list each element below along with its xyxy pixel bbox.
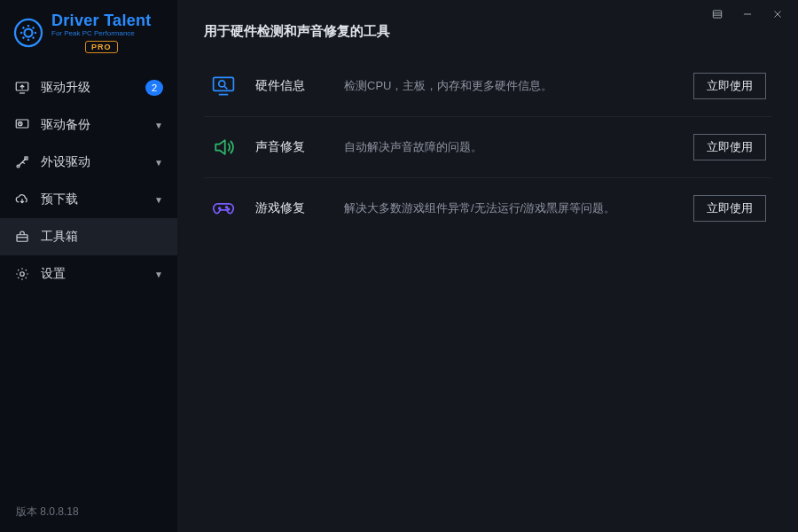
svg-point-32	[228, 208, 230, 210]
sidebar-nav: 驱动升级 2 驱动备份 ▼ 外设驱动 ▼	[0, 69, 177, 293]
tool-desc: 自动解决声音故障的问题。	[344, 139, 693, 155]
sidebar-item-label: 工具箱	[41, 229, 78, 245]
chevron-down-icon: ▼	[154, 158, 163, 168]
sidebar-item-predownload[interactable]: 预下载 ▼	[0, 181, 177, 218]
monitor-search-icon	[209, 72, 238, 100]
tool-desc: 检测CPU，主板，内存和更多硬件信息。	[344, 78, 693, 94]
main-panel: 用于硬件检测和声音修复的工具 硬件信息 检测CPU，主板，内存和更多硬件信息。 …	[177, 0, 798, 532]
svg-line-13	[23, 37, 25, 39]
pro-badge: PRO	[85, 41, 118, 53]
app-logo: Driver Talent For Peak PC Performance PR…	[0, 0, 177, 62]
chevron-down-icon: ▼	[154, 270, 163, 279]
svg-point-24	[20, 272, 25, 277]
page-title: 用于硬件检测和声音修复的工具	[204, 23, 771, 40]
chevron-down-icon: ▼	[154, 121, 163, 130]
sidebar-item-peripheral-drivers[interactable]: 外设驱动 ▼	[0, 144, 177, 181]
menu-icon[interactable]	[709, 6, 725, 22]
tool-list: 硬件信息 检测CPU，主板，内存和更多硬件信息。 立即使用 声音修复 自动解决声…	[204, 56, 771, 239]
svg-point-31	[226, 207, 228, 208]
svg-point-7	[25, 29, 33, 37]
monitor-up-icon	[14, 80, 30, 96]
tool-name: 游戏修复	[255, 200, 344, 216]
sidebar-item-toolbox[interactable]: 工具箱	[0, 218, 177, 255]
logo-title: Driver Talent	[51, 12, 152, 28]
svg-line-12	[33, 27, 35, 29]
use-now-button[interactable]: 立即使用	[693, 73, 766, 99]
sidebar-item-settings[interactable]: 设置 ▼	[0, 255, 177, 293]
svg-line-28	[224, 86, 228, 90]
cloud-download-icon	[14, 192, 30, 207]
minimize-button[interactable]	[739, 6, 755, 22]
tool-row-game-fix: 游戏修复 解决大多数游戏组件异常/无法运行/游戏黑屏等问题。 立即使用	[204, 178, 771, 239]
logo-gear-icon	[12, 17, 44, 49]
update-count-badge: 2	[145, 80, 163, 96]
toolbox-icon	[14, 229, 30, 245]
svg-line-15	[33, 37, 35, 39]
sidebar-item-driver-update[interactable]: 驱动升级 2	[0, 69, 177, 106]
tool-row-hardware-info: 硬件信息 检测CPU，主板，内存和更多硬件信息。 立即使用	[204, 56, 771, 117]
svg-point-27	[219, 81, 225, 87]
sidebar-item-label: 设置	[41, 266, 66, 282]
svg-line-14	[23, 27, 25, 29]
sidebar: Driver Talent For Peak PC Performance PR…	[0, 0, 177, 532]
usb-icon	[14, 154, 30, 170]
svg-point-6	[15, 20, 42, 46]
sidebar-item-driver-backup[interactable]: 驱动备份 ▼	[0, 106, 177, 144]
svg-rect-0	[713, 11, 721, 18]
tool-desc: 解决大多数游戏组件异常/无法运行/游戏黑屏等问题。	[344, 200, 693, 216]
clock-history-icon	[14, 117, 30, 133]
sidebar-item-label: 驱动升级	[41, 80, 90, 96]
tool-row-sound-fix: 声音修复 自动解决声音故障的问题。 立即使用	[204, 117, 771, 178]
close-button[interactable]	[770, 6, 786, 22]
tool-name: 硬件信息	[255, 78, 344, 94]
sidebar-item-label: 驱动备份	[41, 117, 90, 133]
gear-icon	[14, 266, 30, 282]
speaker-icon	[209, 133, 238, 161]
svg-rect-25	[214, 77, 234, 90]
version-label: 版本 8.0.8.18	[0, 492, 177, 532]
chevron-down-icon: ▼	[154, 195, 163, 205]
sidebar-item-label: 外设驱动	[41, 154, 90, 170]
gamepad-icon	[209, 194, 238, 223]
use-now-button[interactable]: 立即使用	[693, 134, 766, 160]
sidebar-item-label: 预下载	[41, 192, 78, 207]
tool-name: 声音修复	[255, 139, 344, 155]
logo-subtitle: For Peak PC Performance	[51, 30, 152, 37]
use-now-button[interactable]: 立即使用	[693, 195, 766, 222]
svg-rect-22	[17, 235, 27, 242]
